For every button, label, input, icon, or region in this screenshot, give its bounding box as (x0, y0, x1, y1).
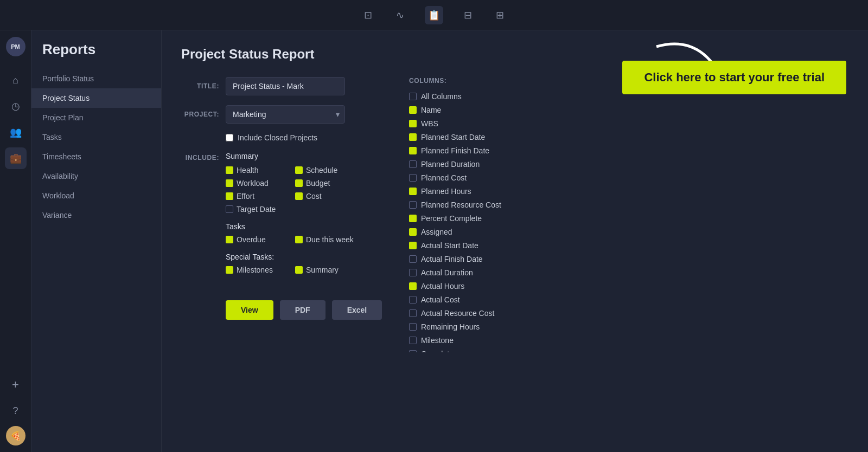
content-area: Click here to start your free trial Proj… (162, 30, 868, 452)
include-closed-row: Include Closed Projects (181, 133, 387, 142)
budget-checkbox[interactable] (295, 179, 303, 187)
due-this-week-checkbox[interactable] (295, 236, 303, 243)
planned-duration-label: Planned Duration (421, 160, 480, 169)
include-item-summary: Summary (295, 266, 354, 274)
main-layout: PM ⌂ ◷ 👥 💼 + ? 🍕 Reports Portfolio Statu… (0, 30, 868, 452)
actual-hours-checkbox[interactable] (409, 282, 417, 290)
include-row: INCLUDE: Summary Health (181, 152, 387, 283)
percent-complete-checkbox[interactable] (409, 215, 417, 222)
target-date-label: Target Date (237, 205, 276, 214)
briefcase-nav[interactable]: 💼 (5, 147, 27, 169)
btn-row: View PDF Excel (181, 300, 387, 320)
view-button[interactable]: View (226, 300, 273, 320)
sidebar-item-variance[interactable]: Variance (31, 205, 161, 225)
planned-cost-label: Planned Cost (421, 173, 467, 182)
link-icon[interactable]: ⊟ (461, 6, 475, 24)
special-items-grid: Milestones Summary (226, 266, 354, 274)
col-item-complete: Complete (409, 350, 844, 352)
planned-hours-label: Planned Hours (421, 187, 471, 196)
col-item-actual-start-date: Actual Start Date (409, 241, 844, 250)
actual-finish-date-checkbox[interactable] (409, 255, 417, 263)
planned-start-date-checkbox[interactable] (409, 133, 417, 141)
name-col-label: Name (421, 106, 441, 114)
complete-checkbox[interactable] (409, 350, 417, 352)
left-nav: PM ⌂ ◷ 👥 💼 + ? 🍕 (0, 30, 31, 452)
due-this-week-label: Due this week (306, 235, 354, 244)
summary-checkbox[interactable] (295, 266, 303, 274)
team-nav[interactable]: 👥 (5, 121, 27, 143)
milestone-checkbox[interactable] (409, 337, 417, 344)
summary-item-label: Summary (306, 266, 339, 274)
include-item-budget: Budget (295, 179, 354, 188)
sidebar-item-project-plan[interactable]: Project Plan (31, 108, 161, 127)
history-nav[interactable]: ◷ (5, 95, 27, 117)
sidebar-item-workload[interactable]: Workload (31, 186, 161, 205)
topbar: ⊡ ∿ 📋 ⊟ ⊞ (0, 0, 868, 30)
include-item-overdue: Overdue (226, 235, 284, 244)
summary-items-grid: Health Schedule Workload (226, 166, 354, 214)
add-nav[interactable]: + (5, 374, 27, 396)
actual-finish-date-label: Actual Finish Date (421, 255, 483, 263)
cost-checkbox[interactable] (295, 192, 303, 200)
form-left: TITLE: PROJECT: Marketing All Projects D… (181, 77, 387, 352)
title-input[interactable] (226, 77, 345, 95)
form-section: TITLE: PROJECT: Marketing All Projects D… (181, 77, 848, 352)
sidebar-item-tasks[interactable]: Tasks (31, 127, 161, 147)
wbs-col-checkbox[interactable] (409, 120, 417, 127)
col-item-name: Name (409, 106, 844, 114)
sidebar-item-portfolio-status[interactable]: Portfolio Status (31, 69, 161, 88)
col-item-assigned: Assigned (409, 228, 844, 236)
sidebar-item-availability[interactable]: Availability (31, 166, 161, 186)
project-select[interactable]: Marketing All Projects Design Developmen… (226, 105, 345, 124)
tasks-section-label: Tasks (226, 222, 354, 231)
col-item-actual-duration: Actual Duration (409, 268, 844, 277)
planned-hours-checkbox[interactable] (409, 188, 417, 195)
page-title: Project Status Report (181, 47, 848, 62)
planned-finish-date-checkbox[interactable] (409, 147, 417, 154)
overdue-label: Overdue (237, 235, 266, 244)
health-checkbox[interactable] (226, 166, 233, 174)
scan-icon[interactable]: ⊡ (361, 6, 375, 24)
sidebar-item-timesheets[interactable]: Timesheets (31, 147, 161, 166)
col-item-remaining-hours: Remaining Hours (409, 322, 844, 331)
actual-resource-cost-label: Actual Resource Cost (421, 309, 494, 318)
pdf-button[interactable]: PDF (280, 300, 326, 320)
all-columns-checkbox[interactable] (409, 93, 417, 100)
project-select-wrapper: Marketing All Projects Design Developmen… (226, 105, 345, 124)
pm-logo[interactable]: PM (6, 37, 25, 56)
excel-button[interactable]: Excel (332, 300, 382, 320)
actual-duration-checkbox[interactable] (409, 269, 417, 276)
planned-cost-checkbox[interactable] (409, 174, 417, 182)
assigned-checkbox[interactable] (409, 228, 417, 236)
help-nav[interactable]: ? (5, 400, 27, 422)
include-closed-checkbox[interactable] (226, 134, 233, 141)
overdue-checkbox[interactable] (226, 236, 233, 243)
actual-start-date-checkbox[interactable] (409, 242, 417, 249)
target-date-checkbox[interactable] (226, 205, 233, 213)
analytics-icon[interactable]: ∿ (393, 6, 407, 24)
workload-checkbox[interactable] (226, 179, 233, 187)
sidebar-item-project-status[interactable]: Project Status (31, 88, 161, 108)
milestones-checkbox[interactable] (226, 266, 233, 274)
name-col-checkbox[interactable] (409, 106, 417, 114)
clipboard-icon[interactable]: 📋 (425, 6, 443, 24)
include-item-schedule: Schedule (295, 166, 354, 175)
promo-banner[interactable]: Click here to start your free trial (622, 61, 846, 94)
summary-label: Summary (226, 152, 354, 160)
actual-cost-checkbox[interactable] (409, 296, 417, 304)
include-item-workload: Workload (226, 179, 284, 188)
effort-checkbox[interactable] (226, 192, 233, 200)
home-nav[interactable]: ⌂ (5, 69, 27, 91)
special-tasks-label: Special Tasks: (226, 253, 354, 261)
col-item-planned-start-date: Planned Start Date (409, 133, 844, 141)
col-item-actual-hours: Actual Hours (409, 282, 844, 290)
milestone-label: Milestone (421, 336, 454, 345)
actual-resource-cost-checkbox[interactable] (409, 309, 417, 317)
planned-resource-cost-checkbox[interactable] (409, 201, 417, 209)
col-item-milestone: Milestone (409, 336, 844, 345)
planned-duration-checkbox[interactable] (409, 160, 417, 168)
avatar[interactable]: 🍕 (6, 426, 25, 445)
remaining-hours-checkbox[interactable] (409, 323, 417, 331)
layout-icon[interactable]: ⊞ (493, 6, 507, 24)
schedule-checkbox[interactable] (295, 166, 303, 174)
